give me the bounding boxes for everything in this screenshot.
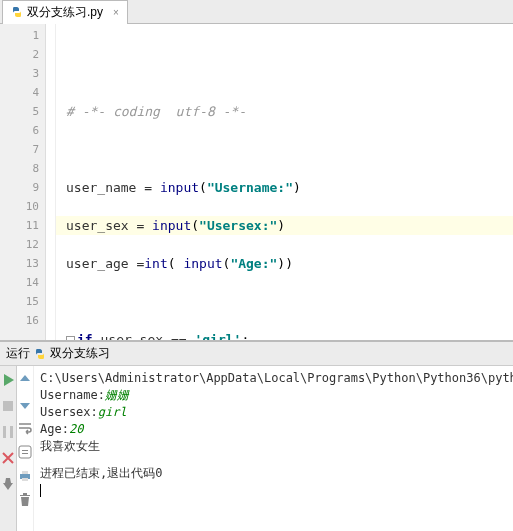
line-number: 4 [0, 83, 39, 102]
run-toolbar-secondary [17, 366, 34, 531]
svg-rect-6 [22, 478, 28, 481]
code-editor[interactable]: 1 2 3 4 5 6 7 8 9 10 11 12 13 14 15 16 #… [0, 24, 513, 340]
console-user-input: 姗姗 [105, 388, 129, 402]
run-tool-window: 运行 双分支练习 C:\Users\Administrator\AppData\… [0, 340, 513, 531]
console-cursor [40, 484, 41, 497]
line-number: 16 [0, 311, 39, 330]
line-number: 6 [0, 121, 39, 140]
svg-rect-1 [3, 426, 6, 438]
run-label: 运行 [6, 345, 30, 362]
line-number: 13 [0, 254, 39, 273]
stop-icon[interactable] [0, 398, 16, 414]
code-area[interactable]: # -*- coding utf-8 -*- user_name = input… [56, 24, 513, 340]
console-prompt: Usersex: [40, 405, 98, 419]
tab-filename: 双分支练习.py [27, 4, 103, 21]
console-output[interactable]: C:\Users\Administrator\AppData\Local\Pro… [34, 366, 513, 531]
run-config-name: 双分支练习 [50, 345, 110, 362]
console-prompt: Age: [40, 422, 69, 436]
console-stdout: 我喜欢女生 [40, 438, 513, 455]
file-tab[interactable]: 双分支练习.py × [2, 0, 128, 24]
fold-gutter [46, 24, 56, 340]
console-user-input: 20 [69, 422, 83, 436]
delete-icon[interactable] [17, 492, 33, 508]
tab-close-icon[interactable]: × [113, 7, 119, 18]
run-icon[interactable] [0, 372, 16, 388]
line-number: 8 [0, 159, 39, 178]
console-interpreter-path: C:\Users\Administrator\AppData\Local\Pro… [40, 370, 513, 387]
print-icon[interactable] [17, 468, 33, 484]
run-toolbar-primary [0, 366, 17, 531]
soft-wrap-icon[interactable] [17, 420, 33, 436]
console-exit-message: 进程已结束,退出代码0 [40, 465, 513, 482]
svg-rect-0 [3, 401, 13, 411]
svg-rect-3 [19, 446, 31, 458]
pause-icon[interactable] [0, 424, 16, 440]
console-prompt: Username: [40, 388, 105, 402]
console-user-input: girl [98, 405, 127, 419]
line-number: 11 [0, 216, 39, 235]
close-icon[interactable] [0, 450, 16, 466]
line-number: 3 [0, 64, 39, 83]
down-arrow-icon[interactable] [17, 396, 33, 412]
run-panel-header: 运行 双分支练习 [0, 342, 513, 366]
line-number: 12 [0, 235, 39, 254]
line-number: 2 [0, 45, 39, 64]
line-number: 9 [0, 178, 39, 197]
python-icon [34, 348, 46, 360]
tab-bar: 双分支练习.py × [0, 0, 513, 24]
svg-rect-5 [22, 471, 28, 474]
line-number: 7 [0, 140, 39, 159]
scroll-to-end-icon[interactable] [17, 444, 33, 460]
line-number: 10 [0, 197, 39, 216]
pin-icon[interactable] [0, 476, 16, 492]
line-number: 1 [0, 26, 39, 45]
python-file-icon [11, 6, 23, 18]
line-number: 5 [0, 102, 39, 121]
up-arrow-icon[interactable] [17, 372, 33, 388]
svg-rect-2 [10, 426, 13, 438]
fold-collapse-icon[interactable]: - [66, 336, 75, 340]
line-number: 14 [0, 273, 39, 292]
line-number-gutter: 1 2 3 4 5 6 7 8 9 10 11 12 13 14 15 16 [0, 24, 46, 340]
code-comment: # -*- coding utf-8 -*- [66, 104, 246, 119]
line-number: 15 [0, 292, 39, 311]
